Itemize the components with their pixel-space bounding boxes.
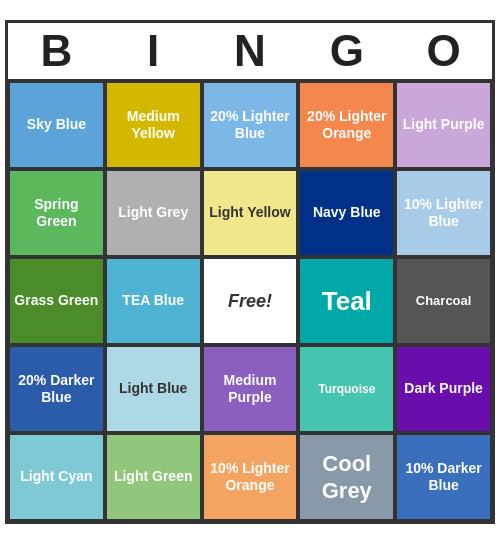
cell-r4-c2[interactable]: 10% Lighter Orange [202, 433, 299, 521]
cell-r1-c3[interactable]: Navy Blue [298, 169, 395, 257]
bingo-header: B I N G O [8, 23, 492, 79]
letter-b: B [8, 23, 105, 79]
cell-r4-c3[interactable]: Cool Grey [298, 433, 395, 521]
cell-r3-c1[interactable]: Light Blue [105, 345, 202, 433]
cell-r3-c2[interactable]: Medium Purple [202, 345, 299, 433]
cell-r1-c2[interactable]: Light Yellow [202, 169, 299, 257]
cell-r2-c1[interactable]: TEA Blue [105, 257, 202, 345]
cell-r0-c0[interactable]: Sky Blue [8, 81, 105, 169]
cell-r3-c3[interactable]: Turquoise [298, 345, 395, 433]
cell-r2-c4[interactable]: Charcoal [395, 257, 492, 345]
bingo-grid: Sky BlueMedium Yellow20% Lighter Blue20%… [8, 79, 492, 521]
cell-r0-c2[interactable]: 20% Lighter Blue [202, 81, 299, 169]
cell-r1-c0[interactable]: Spring Green [8, 169, 105, 257]
cell-r3-c0[interactable]: 20% Darker Blue [8, 345, 105, 433]
letter-n: N [202, 23, 299, 79]
letter-i: I [105, 23, 202, 79]
cell-r4-c0[interactable]: Light Cyan [8, 433, 105, 521]
letter-o: O [395, 23, 492, 79]
cell-r0-c4[interactable]: Light Purple [395, 81, 492, 169]
letter-g: G [298, 23, 395, 79]
cell-r1-c1[interactable]: Light Grey [105, 169, 202, 257]
cell-r0-c1[interactable]: Medium Yellow [105, 81, 202, 169]
bingo-card: B I N G O Sky BlueMedium Yellow20% Light… [5, 20, 495, 524]
cell-r2-c0[interactable]: Grass Green [8, 257, 105, 345]
cell-r4-c1[interactable]: Light Green [105, 433, 202, 521]
cell-r3-c4[interactable]: Dark Purple [395, 345, 492, 433]
cell-r0-c3[interactable]: 20% Lighter Orange [298, 81, 395, 169]
cell-r2-c3[interactable]: Teal [298, 257, 395, 345]
cell-r4-c4[interactable]: 10% Darker Blue [395, 433, 492, 521]
cell-r2-c2[interactable]: Free! [202, 257, 299, 345]
cell-r1-c4[interactable]: 10% Lighter Blue [395, 169, 492, 257]
